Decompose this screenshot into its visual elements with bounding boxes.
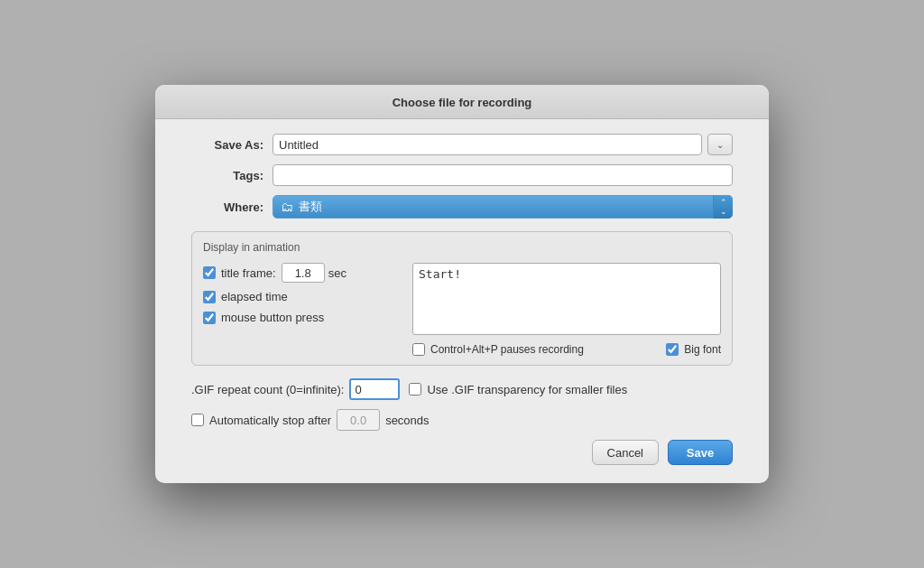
auto-stop-input[interactable] (337, 409, 380, 431)
auto-stop-row: Automatically stop after seconds (191, 409, 733, 431)
auto-stop-checkbox[interactable] (191, 414, 204, 426)
big-font-group: Big font (666, 343, 721, 356)
tags-label: Tags: (191, 169, 263, 182)
tags-row: Tags: (191, 164, 733, 186)
dialog: Choose file for recording Save As: ⌄ Tag… (155, 85, 769, 483)
section-inner: title frame: sec elapsed time mouse butt… (203, 263, 721, 356)
where-value: 書類 (299, 199, 322, 215)
save-as-input[interactable] (273, 134, 702, 155)
control-alt-checkbox[interactable] (412, 343, 425, 356)
control-alt-row: Control+Alt+P pauses recording (412, 343, 584, 356)
where-label: Where: (191, 200, 263, 214)
save-button[interactable]: Save (668, 440, 733, 465)
title-frame-checkbox[interactable] (203, 266, 216, 279)
animation-section: Display in animation title frame: sec el… (191, 231, 733, 366)
save-as-dropdown-button[interactable]: ⌄ (707, 134, 733, 155)
control-alt-label: Control+Alt+P pauses recording (430, 343, 584, 356)
left-column: title frame: sec elapsed time mouse butt… (203, 263, 402, 356)
tags-input[interactable] (273, 164, 733, 186)
where-arrows[interactable] (713, 195, 733, 219)
gif-repeat-group: .GIF repeat count (0=infinite): (191, 378, 400, 400)
elapsed-time-checkbox[interactable] (203, 291, 216, 303)
save-as-label: Save As: (191, 138, 263, 152)
save-as-row: Save As: ⌄ (191, 134, 733, 155)
elapsed-time-row: elapsed time (203, 290, 402, 303)
dialog-title: Choose file for recording (155, 85, 769, 119)
mouse-button-row: mouse button press (203, 311, 402, 324)
where-row: Where: 🗂 書類 (191, 195, 733, 219)
mouse-button-checkbox[interactable] (203, 312, 216, 324)
seconds-label: seconds (385, 414, 429, 427)
title-frame-label: title frame: (221, 266, 276, 280)
title-frame-input[interactable] (282, 263, 325, 283)
mouse-button-label: mouse button press (221, 311, 324, 324)
sec-label: sec (328, 266, 346, 280)
gif-repeat-label: .GIF repeat count (0=infinite): (191, 383, 344, 396)
start-textarea[interactable]: Start! (412, 263, 721, 335)
gif-row: .GIF repeat count (0=infinite): Use .GIF… (191, 378, 733, 400)
auto-stop-label: Automatically stop after (209, 414, 331, 427)
where-container: 🗂 書類 (273, 195, 733, 219)
gif-repeat-input[interactable] (349, 378, 400, 400)
transparency-checkbox[interactable] (409, 383, 421, 396)
dialog-content: Save As: ⌄ Tags: Where: 🗂 書類 Displ (155, 119, 769, 431)
folder-icon: 🗂 (281, 200, 293, 214)
transparency-group: Use .GIF transparency for smaller files (409, 383, 627, 396)
auto-stop-group: Automatically stop after seconds (191, 409, 430, 431)
transparency-label: Use .GIF transparency for smaller files (427, 383, 627, 396)
section-title: Display in animation (203, 241, 721, 254)
elapsed-time-label: elapsed time (221, 290, 288, 303)
where-select[interactable]: 🗂 書類 (273, 195, 733, 219)
title-frame-row: title frame: sec (203, 263, 402, 283)
cancel-button[interactable]: Cancel (592, 440, 659, 465)
bottom-rows: .GIF repeat count (0=infinite): Use .GIF… (191, 378, 733, 431)
big-font-checkbox[interactable] (666, 343, 679, 356)
big-font-label: Big font (684, 343, 721, 356)
save-as-controls: ⌄ (273, 134, 733, 155)
control-row: Control+Alt+P pauses recording Big font (412, 343, 721, 356)
right-column: Start! Control+Alt+P pauses recording Bi… (412, 263, 721, 356)
dialog-footer: Cancel Save (155, 431, 769, 465)
